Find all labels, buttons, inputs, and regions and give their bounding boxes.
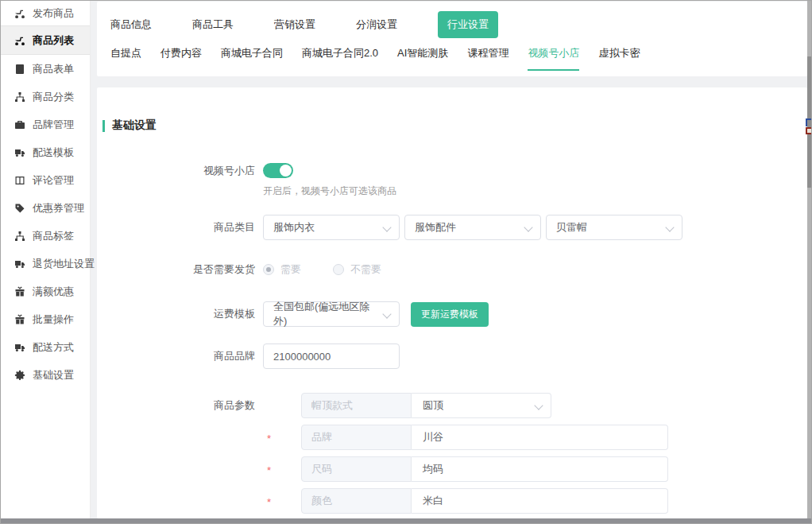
param-rows: 帽顶款式 圆顶 * 品牌 川谷 * (263, 393, 668, 518)
freight-template-select[interactable]: 全国包邮(偏远地区除外) (263, 301, 400, 327)
category-row: 商品类目 服饰内衣 服饰配件 贝雷帽 (97, 215, 807, 240)
chevron-down-icon (534, 401, 543, 409)
document-icon (14, 63, 25, 75)
shipping-required-label: 是否需要发货 (97, 262, 263, 277)
tab-industry-settings-button[interactable]: 行业设置 (438, 11, 498, 38)
sidebar-item-product-category[interactable]: 商品分类 (1, 83, 90, 111)
chevron-down-icon (382, 309, 391, 318)
sidebar-item-batch-operation[interactable]: 批量操作 (1, 305, 90, 333)
category-select-level1[interactable]: 服饰内衣 (263, 215, 400, 240)
param-value-input[interactable]: 米白 (412, 488, 668, 514)
section-header: 基础设置 (97, 87, 807, 133)
category-select-level3[interactable]: 贝雷帽 (546, 215, 682, 240)
horizontal-scrollbar[interactable] (1, 518, 811, 523)
param-star-placeholder (263, 393, 301, 418)
tab-econtract-2[interactable]: 商城电子合同2.0 (302, 46, 378, 71)
channel-shop-label: 视频号小店 (97, 164, 263, 178)
category-select-level3-value: 贝雷帽 (556, 220, 587, 235)
brand-input-value: 2100000000 (273, 351, 331, 363)
gift-icon (14, 285, 25, 297)
tab-profit-settings[interactable]: 分润设置 (356, 17, 397, 32)
gear-icon (14, 369, 25, 381)
sidebar-item-delivery-template[interactable]: 配送模板 (1, 138, 90, 166)
radio-no-shipping-label: 不需要 (350, 262, 381, 277)
sidebar-item-product-form[interactable]: 商品表单 (1, 55, 90, 83)
update-freight-template-button[interactable]: 更新运费模板 (411, 302, 489, 327)
sidebar-item-label: 批量操作 (33, 312, 74, 327)
sidebar-item-label: 基础设置 (33, 368, 74, 382)
param-value-select[interactable]: 圆顶 (412, 393, 551, 418)
param-row-cap-style: 帽顶款式 圆顶 (263, 393, 668, 418)
product-sidebar: 发布商品 商品列表 商品表单 商品分类 品牌管理 配送模板 评论管理 优惠券管理… (1, 1, 91, 518)
radio-unselected-icon (333, 264, 344, 275)
param-value-input[interactable]: 川谷 (412, 425, 668, 450)
radio-no-shipping[interactable]: 不需要 (333, 262, 381, 277)
sidebar-item-brand-management[interactable]: 品牌管理 (1, 111, 90, 138)
columns-icon (14, 174, 25, 186)
sitemap-icon (14, 230, 25, 242)
sidebar-item-product-list[interactable]: 商品列表 (1, 25, 90, 55)
toggle-knob (280, 165, 292, 177)
radio-need-shipping[interactable]: 需要 (263, 262, 301, 277)
sidebar-item-label: 商品分类 (33, 90, 74, 104)
sidebar-item-product-tags[interactable]: 商品标签 (1, 222, 90, 250)
settings-form: 视频号小店 开启后，视频号小店可选该商品 商品类目 服饰内衣 服饰配件 贝雷帽 (97, 163, 807, 518)
sidebar-item-review-management[interactable]: 评论管理 (1, 166, 90, 194)
sidebar-item-label: 商品列表 (33, 33, 74, 48)
required-asterisk: * (263, 456, 301, 482)
tab-marketing-settings[interactable]: 营销设置 (274, 17, 315, 32)
param-name-box: 品牌 (301, 425, 412, 450)
param-row-size: * 尺码 均码 (263, 456, 668, 482)
param-value: 均码 (423, 462, 443, 476)
main-area: 商品信息 商品工具 营销设置 分润设置 行业设置 自提点 付费内容 商城电子合同… (91, 1, 807, 518)
sidebar-item-label: 商品标签 (33, 229, 74, 243)
brand-input[interactable]: 2100000000 (263, 344, 400, 369)
settings-panel: 基础设置 视频号小店 开启后，视频号小店可选该商品 商品类目 服饰内衣 服饰配件 (97, 87, 807, 518)
param-value: 米白 (423, 494, 443, 508)
category-select-level2-value: 服饰配件 (415, 220, 456, 235)
sidebar-item-return-address[interactable]: 退货地址设置 (1, 250, 90, 278)
tab-econtract[interactable]: 商城电子合同 (221, 46, 283, 71)
param-name-box: 帽顶款式 (301, 393, 412, 418)
chevron-down-icon (382, 223, 391, 231)
tab-product-tools[interactable]: 商品工具 (192, 17, 234, 32)
chevron-down-icon (665, 223, 674, 231)
required-asterisk: * (263, 425, 301, 450)
brand-row: 商品品牌 2100000000 (97, 344, 807, 369)
section-title: 基础设置 (112, 118, 157, 133)
clipped-widget-fragment (806, 118, 811, 126)
param-value: 圆顶 (423, 398, 443, 413)
tab-course-management[interactable]: 课程管理 (467, 46, 508, 71)
tab-pickup-point[interactable]: 自提点 (110, 46, 141, 71)
radio-selected-icon (263, 264, 274, 275)
sidebar-item-publish-product[interactable]: 发布商品 (1, 1, 90, 25)
tab-product-info[interactable]: 商品信息 (110, 17, 152, 32)
category-select-level2[interactable]: 服饰配件 (404, 215, 541, 240)
param-value-input[interactable]: 均码 (412, 456, 668, 482)
sidebar-item-delivery-method[interactable]: 配送方式 (1, 333, 90, 361)
category-select-level1-value: 服饰内衣 (273, 220, 315, 235)
sidebar-item-label: 发布商品 (33, 6, 74, 21)
shipping-required-row: 是否需要发货 需要 不需要 (97, 262, 807, 277)
sidebar-item-label: 优惠券管理 (33, 201, 84, 215)
freight-template-row: 运费模板 全国包邮(偏远地区除外) 更新运费模板 (97, 301, 807, 327)
channel-shop-toggle[interactable] (263, 163, 293, 178)
sidebar-item-coupon-management[interactable]: 优惠券管理 (1, 194, 90, 222)
param-row-brand: * 品牌 川谷 (263, 425, 668, 450)
clipped-widget (804, 118, 811, 135)
sidebar-item-label: 评论管理 (33, 173, 74, 188)
tab-ai-skin-test[interactable]: AI智能测肤 (397, 46, 448, 71)
required-asterisk: * (263, 488, 301, 514)
tab-channels-shop[interactable]: 视频号小店 (528, 46, 579, 71)
tab-virtual-card[interactable]: 虚拟卡密 (598, 46, 640, 71)
sidebar-item-basic-settings[interactable]: 基础设置 (1, 361, 90, 389)
freight-template-label: 运费模板 (97, 307, 263, 321)
sidebar-item-full-discount[interactable]: 满额优惠 (1, 278, 90, 305)
radio-need-shipping-label: 需要 (280, 262, 301, 277)
vertical-scrollbar[interactable] (807, 1, 811, 518)
tab-paid-content[interactable]: 付费内容 (160, 46, 202, 71)
sidebar-item-label: 品牌管理 (33, 118, 74, 132)
sitemap-icon (14, 91, 25, 103)
param-name-box: 尺码 (301, 456, 412, 482)
truck-icon (14, 258, 25, 270)
